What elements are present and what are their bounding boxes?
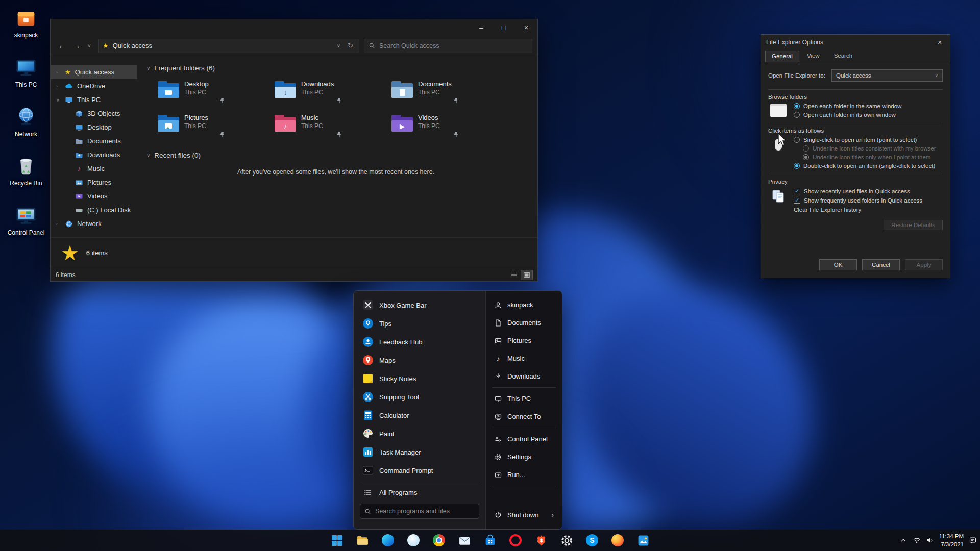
collapse-chevron-icon[interactable]: ∨ (146, 153, 150, 158)
folder-tile-desktop[interactable]: Desktop This PC (155, 77, 272, 107)
start-app-tips[interactable]: Tips (358, 314, 481, 333)
checkbox[interactable]: ✓ (794, 188, 800, 194)
thumbnail-view-button[interactable] (521, 270, 532, 280)
desktop-icon-skinpack[interactable]: skinpack (4, 6, 48, 39)
start-app-calculator[interactable]: Calculator (358, 406, 481, 424)
maximize-button[interactable]: □ (493, 19, 515, 36)
desktop-icon-network[interactable]: Network (4, 105, 48, 138)
radio-open-same-window[interactable]: Open each folder in the same window (794, 103, 943, 109)
sidebar-item-onedrive[interactable]: ›OneDrive (51, 79, 137, 93)
radio-open-own-window[interactable]: Open each folder in its own window (794, 112, 943, 118)
start-search-input[interactable] (375, 508, 475, 515)
start-app-sticky-notes[interactable]: Sticky Notes (358, 369, 481, 388)
taskbar-store-button[interactable] (480, 531, 500, 550)
sidebar-item-quick-access[interactable]: ›★Quick access (51, 65, 137, 79)
tab-view[interactable]: View (800, 50, 826, 62)
taskbar-edge-button[interactable] (378, 531, 398, 550)
sidebar-item-documents[interactable]: Documents (51, 134, 137, 148)
taskbar-clock[interactable]: 11:34 PM 7/3/2021 (939, 532, 964, 548)
sidebar-item-network[interactable]: ›Network (51, 217, 137, 231)
cancel-button[interactable]: Cancel (862, 259, 900, 270)
sidebar-item-local-disk[interactable]: (C:) Local Disk (51, 203, 137, 217)
sidebar-item-videos[interactable]: Videos (51, 189, 137, 203)
folder-tile-pictures[interactable]: Pictures This PC (155, 111, 272, 140)
radio-button[interactable] (794, 103, 800, 109)
taskbar-file-explorer-button[interactable] (352, 531, 373, 550)
shutdown-submenu-arrow-icon[interactable]: › (551, 511, 554, 519)
start-place-music[interactable]: ♪Music (486, 349, 562, 367)
frequent-folders-header[interactable]: ∨Frequent folders (6) (146, 64, 537, 72)
taskbar-firefox-button[interactable] (607, 531, 628, 550)
collapse-chevron-icon[interactable]: ∨ (146, 65, 150, 71)
start-app-paint[interactable]: Paint (358, 424, 481, 443)
address-bar[interactable]: ★ Quick access ∨ ↻ (98, 39, 359, 53)
start-button[interactable] (327, 531, 347, 550)
forward-button[interactable]: → (70, 41, 83, 50)
taskbar-cortana-button[interactable] (403, 531, 424, 550)
start-app-task-manager[interactable]: Task Manager (358, 443, 481, 461)
explorer-search-input[interactable] (379, 42, 528, 49)
hidden-icons-chevron[interactable] (899, 536, 908, 545)
start-place-downloads[interactable]: Downloads (486, 367, 562, 385)
volume-tray-icon[interactable] (926, 536, 935, 545)
folder-tile-documents[interactable]: Documents This PC (388, 77, 505, 107)
radio-single-click[interactable]: Single-click to open an item (point to s… (794, 137, 943, 143)
folder-tile-videos[interactable]: ▶ Videos This PC (388, 111, 505, 140)
start-app-command-prompt[interactable]: Command Prompt (358, 461, 481, 480)
start-app-feedback-hub[interactable]: Feedback Hub (358, 333, 481, 351)
taskbar-photos-button[interactable] (633, 531, 653, 550)
sidebar-item-pictures[interactable]: Pictures (51, 176, 137, 189)
start-place-skinpack[interactable]: skinpack (486, 296, 562, 314)
close-button[interactable]: × (515, 19, 537, 36)
refresh-icon[interactable]: ↻ (346, 42, 355, 49)
folder-tile-downloads[interactable]: ↓ Downloads This PC (272, 77, 388, 107)
dialog-close-button[interactable]: × (929, 35, 950, 50)
taskbar-mail-button[interactable] (454, 531, 475, 550)
start-place-settings[interactable]: Settings (486, 448, 562, 466)
recent-locations-chevron-icon[interactable]: ∨ (85, 43, 93, 48)
start-search-box[interactable] (360, 504, 479, 519)
explorer-search-box[interactable] (364, 39, 532, 53)
start-place-connect-to[interactable]: Connect To (486, 408, 562, 425)
expand-chevron-icon[interactable]: ∨ (56, 97, 60, 103)
ok-button[interactable]: OK (819, 259, 857, 270)
radio-button[interactable] (794, 163, 800, 169)
radio-double-click[interactable]: Double-click to open an item (single-cli… (794, 163, 943, 169)
start-app-xbox-game-bar[interactable]: Xbox Game Bar (358, 296, 481, 314)
start-place-run[interactable]: Run... (486, 466, 562, 484)
sidebar-item-music[interactable]: ♪Music (51, 162, 137, 176)
start-place-this-pc[interactable]: This PC (486, 390, 562, 408)
start-app-snipping-tool[interactable]: Snipping Tool (358, 388, 481, 406)
desktop-icon-recycle-bin[interactable]: Recycle Bin (4, 154, 48, 187)
expand-chevron-icon[interactable]: › (56, 221, 58, 227)
open-to-dropdown[interactable]: Quick access∨ (831, 69, 943, 82)
desktop-icon-this-pc[interactable]: This PC (4, 56, 48, 89)
expand-chevron-icon[interactable]: › (56, 70, 58, 75)
recent-files-header[interactable]: ∨Recent files (0) (146, 152, 537, 159)
start-place-control-panel[interactable]: Control Panel (486, 430, 562, 448)
radio-button[interactable] (794, 112, 800, 118)
sidebar-item-3d-objects[interactable]: 3D Objects (51, 107, 137, 120)
checkbox-show-frequent-folders[interactable]: ✓Show frequently used folders in Quick a… (794, 197, 943, 204)
back-button[interactable]: ← (56, 41, 68, 50)
checkbox[interactable]: ✓ (794, 197, 800, 204)
folder-tile-music[interactable]: ♪ Music This PC (272, 111, 388, 140)
radio-button[interactable] (794, 137, 800, 143)
checkbox-show-recent-files[interactable]: ✓Show recently used files in Quick acces… (794, 188, 943, 194)
expand-chevron-icon[interactable]: › (56, 84, 58, 89)
sidebar-item-desktop[interactable]: Desktop (51, 120, 137, 134)
taskbar-chrome-button[interactable] (429, 531, 449, 550)
start-place-documents[interactable]: Documents (486, 314, 562, 332)
all-programs-item[interactable]: All Programs (358, 484, 481, 500)
list-view-button[interactable] (508, 270, 520, 280)
start-place-pictures[interactable]: Pictures (486, 332, 562, 349)
taskbar-brave-button[interactable] (531, 531, 551, 550)
taskbar-opera-button[interactable] (505, 531, 526, 550)
sidebar-item-downloads[interactable]: Downloads (51, 148, 137, 162)
start-app-maps[interactable]: Maps (358, 351, 481, 369)
taskbar-skype-button[interactable]: S (582, 531, 602, 550)
network-tray-icon[interactable] (913, 536, 921, 545)
shut-down-button[interactable]: Shut down › (486, 506, 562, 524)
tab-general[interactable]: General (765, 51, 799, 62)
sidebar-item-this-pc[interactable]: ∨This PC (51, 93, 137, 107)
